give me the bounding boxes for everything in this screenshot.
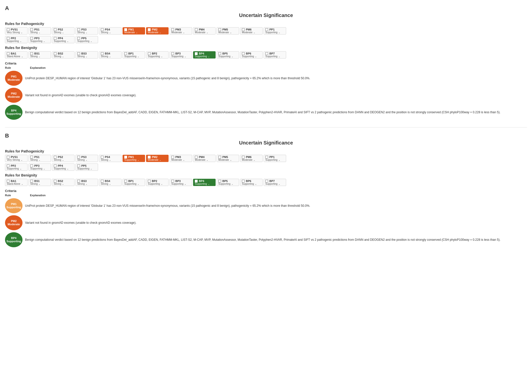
rule-checkbox-BP5[interactable] [218, 180, 221, 182]
rule-item-PS1[interactable]: PS1 Strong ⌄ [29, 155, 51, 162]
rule-item-PM6[interactable]: PM6 Moderate ⌄ [240, 155, 263, 162]
rule-checkbox-BS4[interactable] [101, 180, 104, 182]
rule-item-PP4[interactable]: PP4 Supporting ⌄ [52, 164, 75, 171]
rule-item-BP2[interactable]: BP2 Supporting ⌄ [146, 179, 169, 186]
rule-item-PM3[interactable]: PM3 Moderate ⌄ [170, 155, 192, 162]
rule-chevron-PS2[interactable]: ⌄ [62, 31, 64, 34]
rule-checkbox-BP4[interactable] [195, 52, 198, 55]
rule-item-BP5[interactable]: BP5 Supporting ⌄ [217, 179, 239, 186]
rule-chevron-BS2[interactable]: ⌄ [62, 183, 64, 185]
rule-item-BP5[interactable]: BP5 Supporting ⌄ [217, 51, 239, 58]
rule-chevron-PM4[interactable]: ⌄ [206, 159, 208, 161]
rule-checkbox-PS4[interactable] [101, 28, 104, 31]
rule-item-PM5[interactable]: PM5 Moderate ⌄ [217, 155, 239, 162]
rule-chevron-PM5[interactable]: ⌄ [230, 31, 232, 34]
rule-item-BS2[interactable]: BS2 Strong ⌄ [52, 51, 75, 58]
rule-item-BS3[interactable]: BS3 Strong ⌄ [76, 179, 98, 186]
rule-checkbox-BP6[interactable] [242, 180, 245, 182]
rule-checkbox-PM3[interactable] [171, 28, 174, 31]
rule-chevron-PM3[interactable]: ⌄ [183, 159, 185, 161]
rule-checkbox-PP5[interactable] [77, 37, 80, 40]
rule-item-BA1[interactable]: BA1 Stand Alone ⌄ [5, 179, 28, 186]
rule-chevron-BP2[interactable]: ⌄ [161, 55, 163, 58]
rule-chevron-BS3[interactable]: ⌄ [86, 183, 88, 185]
rule-checkbox-PS2[interactable] [54, 28, 57, 31]
rule-item-PP1[interactable]: PP1 Supporting ⌄ [264, 27, 286, 34]
rule-chevron-PVS1[interactable]: ⌄ [21, 159, 23, 161]
rule-item-BP3[interactable]: BP3 Supporting ⌄ [170, 51, 192, 58]
rule-chevron-BS1[interactable]: ⌄ [39, 55, 41, 58]
rule-checkbox-PS4[interactable] [101, 156, 104, 158]
rule-chevron-PP5[interactable]: ⌄ [90, 168, 92, 170]
rule-checkbox-BP2[interactable] [148, 52, 151, 55]
rule-chevron-BP7[interactable]: ⌄ [278, 55, 280, 58]
rule-checkbox-PM6[interactable] [242, 156, 245, 158]
rule-item-PP3[interactable]: PP3 Supporting ⌄ [29, 164, 51, 171]
rule-chevron-BP1[interactable]: ⌄ [137, 183, 139, 185]
rule-item-PP5[interactable]: PP5 Supporting ⌄ [76, 36, 98, 43]
rule-checkbox-PS3[interactable] [77, 156, 80, 158]
rule-item-BP3[interactable]: BP3 Supporting ⌄ [170, 179, 192, 186]
rule-item-BP4[interactable]: BP4 Supporting ⌄ [193, 179, 216, 186]
rule-item-BS2[interactable]: BS2 Strong ⌄ [52, 179, 75, 186]
rule-chevron-BS1[interactable]: ⌄ [39, 183, 41, 185]
rule-chevron-PS4[interactable]: ⌄ [109, 31, 111, 34]
rule-checkbox-PS1[interactable] [30, 28, 33, 31]
rule-chevron-PP5[interactable]: ⌄ [90, 40, 92, 42]
rule-checkbox-BP6[interactable] [242, 52, 245, 55]
rule-item-BP1[interactable]: BP1 Supporting ⌄ [123, 51, 145, 58]
rule-chevron-PM2[interactable]: ⌄ [159, 159, 161, 161]
rule-checkbox-BA1[interactable] [7, 180, 10, 182]
rule-checkbox-PS2[interactable] [54, 156, 57, 158]
rule-chevron-BP5[interactable]: ⌄ [231, 183, 233, 185]
rule-item-BP4[interactable]: BP4 Supporting ⌄ [193, 51, 216, 58]
rule-checkbox-BP1[interactable] [124, 180, 127, 182]
rule-checkbox-PM6[interactable] [242, 28, 245, 31]
rule-item-PM3[interactable]: PM3 Moderate ⌄ [170, 27, 192, 34]
rule-checkbox-PP3[interactable] [30, 37, 33, 40]
rule-chevron-BP3[interactable]: ⌄ [184, 183, 186, 185]
rule-checkbox-BS1[interactable] [30, 52, 33, 55]
rule-item-BP6[interactable]: BP6 Supporting ⌄ [240, 179, 263, 186]
rule-checkbox-PP5[interactable] [77, 164, 80, 167]
rule-checkbox-PM4[interactable] [195, 156, 198, 158]
rule-item-PM2[interactable]: PM2 Moderate ⌄ [146, 155, 169, 162]
rule-chevron-PP3[interactable]: ⌄ [43, 168, 45, 170]
rule-chevron-PS1[interactable]: ⌄ [39, 159, 41, 161]
rule-chevron-PS2[interactable]: ⌄ [62, 159, 64, 161]
rule-chevron-PM1[interactable]: ⌄ [137, 159, 139, 161]
rule-item-PP2[interactable]: PP2 Supporting ⌄ [5, 36, 28, 43]
rule-chevron-BP7[interactable]: ⌄ [278, 183, 280, 185]
rule-chevron-PP1[interactable]: ⌄ [278, 31, 280, 34]
rule-chevron-BP2[interactable]: ⌄ [161, 183, 163, 185]
rule-checkbox-PP4[interactable] [54, 37, 57, 40]
rule-chevron-BP1[interactable]: ⌄ [137, 55, 139, 58]
rule-chevron-PP4[interactable]: ⌄ [67, 168, 69, 170]
rule-chevron-BA1[interactable]: ⌄ [21, 55, 23, 58]
rule-item-PS1[interactable]: PS1 Strong ⌄ [29, 27, 51, 34]
rule-item-PM1[interactable]: PM1 Moderate ⌄ [123, 27, 145, 34]
rule-chevron-PM2[interactable]: ⌄ [159, 31, 161, 34]
rule-item-PM4[interactable]: PM4 Moderate ⌄ [193, 155, 216, 162]
rule-chevron-PP4[interactable]: ⌄ [67, 40, 69, 42]
rule-item-PM1[interactable]: PM1 Supporting ⌄ [123, 155, 145, 162]
rule-checkbox-BS3[interactable] [77, 52, 80, 55]
rule-item-PM5[interactable]: PM5 Moderate ⌄ [217, 27, 239, 34]
rule-chevron-PS3[interactable]: ⌄ [86, 31, 88, 34]
rule-checkbox-BS4[interactable] [101, 52, 104, 55]
rule-chevron-PM5[interactable]: ⌄ [230, 159, 232, 161]
rule-checkbox-PVS1[interactable] [7, 156, 10, 158]
rule-chevron-BS4[interactable]: ⌄ [109, 55, 111, 58]
rule-checkbox-PP2[interactable] [7, 37, 10, 40]
rule-checkbox-PM5[interactable] [218, 28, 221, 31]
rule-checkbox-BS2[interactable] [54, 52, 57, 55]
rule-item-PS4[interactable]: PS4 Strong ⌄ [99, 155, 122, 162]
rule-checkbox-PM4[interactable] [195, 28, 198, 31]
rule-chevron-PM4[interactable]: ⌄ [206, 31, 208, 34]
rule-item-PM6[interactable]: PM6 Moderate ⌄ [240, 27, 263, 34]
rule-checkbox-PS1[interactable] [30, 156, 33, 158]
rule-checkbox-PP4[interactable] [54, 164, 57, 167]
rule-checkbox-PM3[interactable] [171, 156, 174, 158]
rule-checkbox-PM1[interactable] [124, 156, 127, 158]
rule-chevron-BP3[interactable]: ⌄ [184, 55, 186, 58]
